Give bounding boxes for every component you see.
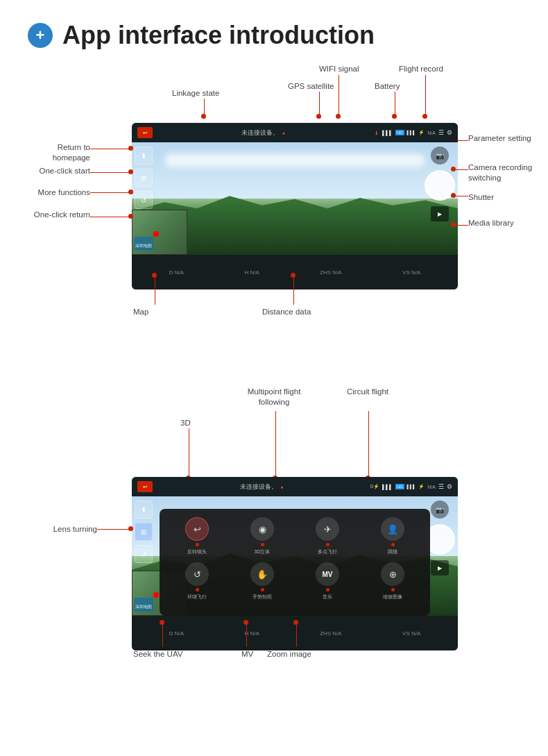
- clouds: [164, 153, 425, 167]
- multipoint-popup-label: 多点飞行: [318, 548, 337, 555]
- lens-turning-label: Lens turning: [21, 524, 97, 535]
- return-homepage-hline: [90, 149, 130, 149]
- shutter-dot: [451, 193, 456, 198]
- mv-vline: [246, 623, 247, 647]
- page-title: App interface introduction: [62, 21, 375, 50]
- parameter-setting-label: Parameter setting: [468, 133, 545, 144]
- follow-icon: 👤: [381, 517, 404, 541]
- seek-uav-vline: [162, 623, 163, 647]
- gps-satellite-vline: [319, 92, 320, 116]
- flight-record-dot: [422, 114, 427, 119]
- mv-icon: MV: [316, 562, 339, 586]
- reverse-lens-label: 反转镜头: [187, 548, 207, 555]
- return-homepage-label: Return to homepage: [21, 142, 90, 163]
- multipoint-flight-label: Multipoint flight following: [232, 387, 316, 408]
- distance-data-dot: [291, 273, 296, 278]
- bottom-left-controls: ⬆ ⊞ ↺: [132, 496, 155, 567]
- follow-popup-label: 跟随: [388, 548, 397, 555]
- bottom-one-click-return-btn[interactable]: ↺: [135, 545, 153, 563]
- gesture-popup-dot: [261, 588, 264, 591]
- popup-item-zoom[interactable]: ⊕ 缩放图像: [363, 562, 422, 600]
- page-title-section: + App interface introduction: [0, 0, 548, 64]
- linkage-state-dot: [201, 114, 206, 119]
- bottom-camera-switch-btn[interactable]: 📷: [431, 501, 449, 519]
- one-click-start-hline: [90, 172, 130, 173]
- bottom-data-h: H N/A: [244, 269, 259, 276]
- reverse-lens-icon: ↩: [185, 517, 209, 541]
- shutter-hline: [454, 196, 468, 196]
- camera-switching-dot: [451, 167, 456, 171]
- wifi-signal-label: WIFI signal: [319, 64, 359, 74]
- mv-popup-label: 音乐: [323, 594, 332, 600]
- bottom-more-functions-btn[interactable]: ⊞: [135, 523, 153, 541]
- one-click-return-btn[interactable]: ↺: [135, 191, 153, 209]
- bottom2-data-vs: VS N/A: [402, 630, 420, 637]
- zoom-popup-label: 缩放图像: [383, 594, 402, 600]
- one-click-start-dot: [128, 169, 133, 174]
- zoom-image-dot: [293, 620, 298, 625]
- gesture-icon: ✋: [250, 562, 274, 586]
- flight-record-vline: [425, 75, 426, 115]
- media-library-btn[interactable]: ▶: [431, 206, 449, 221]
- battery-label: Battery: [375, 81, 400, 92]
- three-d-label: 3D: [180, 418, 191, 428]
- popup-item-mv[interactable]: MV 音乐: [298, 562, 357, 600]
- circuit-vline: [368, 411, 369, 477]
- screen-top-bar: ↩ 未连接设备。 ● 🌡 ▌▌▌ HD ▌▌▌ ⚡ N/A ☰ ⚙: [132, 123, 458, 142]
- lens-turning-hline: [97, 529, 130, 530]
- more-functions-btn[interactable]: ⊞: [135, 169, 153, 187]
- one-click-start-btn[interactable]: ⬆: [135, 146, 153, 165]
- bottom2-data-zhs: ZHS N/A: [320, 630, 342, 637]
- follow-popup-dot: [391, 543, 395, 546]
- return-homepage-dot: [128, 146, 133, 151]
- screen-bottom-bar: D N/A H N/A ZHS N/A VS N/A: [132, 255, 458, 289]
- popup-item-gesture[interactable]: ✋ 手势拍照: [233, 562, 291, 600]
- bottom-screen-top-bar: ↩ 未连接设备。 ● 0⚡ ▌▌▌ HD ▌▌▌ ⚡ N/A ☰ ⚙: [132, 477, 458, 496]
- flight-record-label: Flight record: [399, 64, 443, 74]
- popup-item-3d[interactable]: ◉ 3D立体: [233, 517, 291, 555]
- multipoint-icon: ✈: [316, 517, 339, 541]
- 3d-popup-label: 3D立体: [255, 548, 271, 555]
- more-functions-hline: [90, 192, 130, 193]
- mv-dot: [243, 620, 248, 625]
- circuit-icon: ↺: [185, 562, 209, 586]
- right-controls: 📷 ▶: [422, 142, 458, 226]
- one-click-start-label: One-click start: [21, 166, 90, 176]
- circuit-popup-label: 环绕飞行: [187, 594, 207, 600]
- top-bar-center: 未连接设备。 ●: [241, 128, 285, 137]
- one-click-return-dot: [128, 214, 133, 219]
- mv-popup-dot: [326, 588, 329, 591]
- lens-turning-dot: [128, 526, 133, 531]
- bottom-media-library-btn[interactable]: ▶: [431, 560, 449, 576]
- plus-icon: +: [28, 23, 53, 48]
- media-library-hline: [454, 225, 468, 226]
- map-dot: [152, 273, 157, 278]
- battery-dot: [392, 114, 397, 119]
- camera-switch-btn[interactable]: 📷: [431, 146, 449, 165]
- bottom2-data-d: D N/A: [169, 630, 184, 637]
- bottom-one-click-start-btn[interactable]: ⬆: [135, 501, 153, 519]
- linkage-state-label: Linkage state: [172, 88, 219, 99]
- multipoint-popup-dot: [326, 543, 329, 546]
- top-diagram-section: WIFI signal Flight record GPS satellite …: [21, 64, 527, 345]
- zoom-icon: ⊕: [381, 562, 404, 586]
- left-controls: ⬆ ⊞ ↺: [132, 142, 155, 213]
- bottom-top-bar-center: 未连接设备。 ●: [240, 482, 284, 492]
- gps-satellite-dot: [316, 114, 321, 119]
- camera-switching-label: Camera recording switching: [468, 162, 545, 183]
- back-button[interactable]: ↩: [137, 127, 153, 138]
- battery-vline: [395, 92, 395, 116]
- popup-item-multipoint[interactable]: ✈ 多点飞行: [298, 517, 357, 555]
- popup-item-circuit[interactable]: ↺ 环绕飞行: [168, 562, 226, 600]
- top-screen-mockup: ↩ 未连接设备。 ● 🌡 ▌▌▌ HD ▌▌▌ ⚡ N/A ☰ ⚙: [132, 123, 458, 289]
- popup-item-reverse-lens[interactable]: ↩ 反转镜头: [168, 517, 226, 555]
- gps-satellite-label: GPS satellite: [288, 81, 334, 92]
- sky: [132, 142, 458, 199]
- bottom-diagram-section: Multipoint flight following Circuit flig…: [21, 387, 527, 650]
- media-library-label: Media library: [468, 218, 524, 228]
- camera-switching-hline: [454, 169, 468, 170]
- bottom-back-button[interactable]: ↩: [137, 481, 153, 492]
- circuit-flight-label: Circuit flight: [333, 387, 402, 397]
- media-library-dot: [451, 222, 456, 227]
- popup-item-follow[interactable]: 👤 跟随: [363, 517, 422, 555]
